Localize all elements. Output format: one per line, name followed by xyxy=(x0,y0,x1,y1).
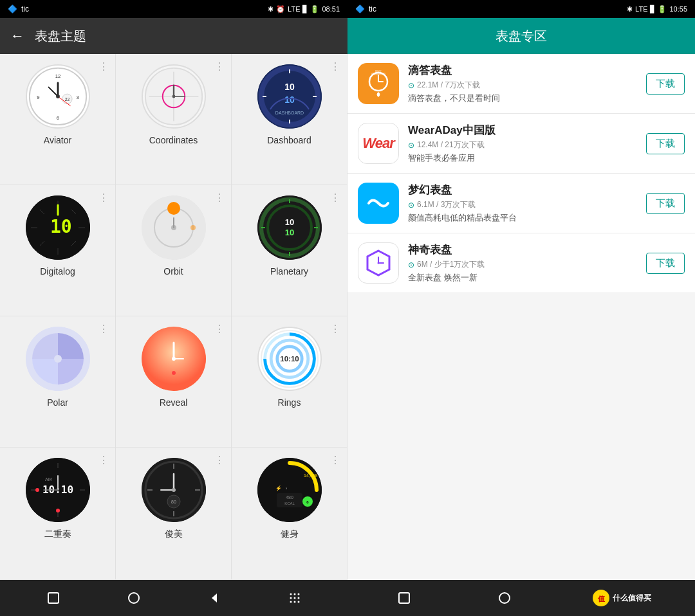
download-btn-magic[interactable]: 下载 xyxy=(646,253,685,274)
app-name-left: tic xyxy=(21,5,29,14)
watch-item-rings[interactable]: ⋮ 10:10 Rings xyxy=(232,316,348,448)
svg-point-10 xyxy=(56,95,60,98)
svg-text:⚡: ⚡ xyxy=(275,485,282,491)
watch-item-coordinates[interactable]: ⋮ Coordinates xyxy=(116,54,232,185)
app-info-wearaday: WearADay中国版 ⊙ 12.4M / 21万次下载 智能手表必备应用 xyxy=(408,123,637,164)
watch-face-dashboard: 10 10 DASHBOARD xyxy=(257,64,322,129)
svg-text:值: 值 xyxy=(597,595,606,602)
item-menu-coordinates[interactable]: ⋮ xyxy=(214,60,225,73)
watch-item-polar[interactable]: ⋮ Polar xyxy=(0,316,116,448)
svg-point-100 xyxy=(293,593,295,595)
app-item-magic[interactable]: 神奇表盘 ⊙ 6M / 少于1万次下载 全新表盘 焕然一新 下载 xyxy=(348,233,695,293)
app-meta-dida: ⊙ 22.1M / 7万次下载 xyxy=(408,80,637,91)
svg-text:10: 10 xyxy=(50,216,72,237)
svg-rect-96 xyxy=(48,593,59,603)
app-list: 国行 滴答表盘 ⊙ 22.1M / 7万次下载 滴答表盘，不只是看时间 下载 W… xyxy=(348,54,695,580)
app-meta-dream: ⊙ 6.1M / 3万次下载 xyxy=(408,199,637,210)
watch-face-planetary: 10 10 xyxy=(257,195,322,260)
left-panel: 🔷 tic ✱ ⏰ LTE ▊ 🔋 08:51 ← 表盘主题 ⋮ 12 3 xyxy=(0,0,348,616)
nav-square-left[interactable] xyxy=(41,585,66,611)
nav-menu-left[interactable] xyxy=(282,585,308,611)
battery-icon-right: 🔋 xyxy=(658,5,667,14)
app-item-dida[interactable]: 国行 滴答表盘 ⊙ 22.1M / 7万次下载 滴答表盘，不只是看时间 下载 xyxy=(348,54,695,114)
svg-text:14,398: 14,398 xyxy=(304,473,318,478)
svg-text:10: 10 xyxy=(284,95,295,105)
svg-text:6: 6 xyxy=(56,115,59,121)
app-name-right: tic xyxy=(369,5,376,14)
watch-item-fitness[interactable]: ⋮ 14,398 480 KCAL 6 ⚡ › xyxy=(232,448,348,580)
brand-text: 什么值得买 xyxy=(613,593,651,604)
nav-back-left[interactable] xyxy=(201,585,227,611)
nav-circle-right[interactable] xyxy=(492,585,517,611)
svg-point-106 xyxy=(293,601,295,603)
watch-face-aviator: 12 3 6 9 22 xyxy=(26,64,90,129)
svg-text:10: 10 xyxy=(284,217,293,227)
svg-text:KCAL: KCAL xyxy=(284,502,295,505)
svg-point-59 xyxy=(172,371,176,375)
watch-label-dashboard: Dashboard xyxy=(267,135,311,145)
nav-square-right[interactable] xyxy=(391,585,417,611)
status-left-info-right: 🔷 tic xyxy=(355,5,376,14)
status-icons-right: ✱ LTE ▊ 🔋 10:55 xyxy=(627,5,687,14)
svg-point-97 xyxy=(129,593,139,603)
item-menu-dashboard[interactable]: ⋮ xyxy=(330,60,340,73)
item-menu-aviator[interactable]: ⋮ xyxy=(98,60,109,73)
page-title-left: 表盘主题 xyxy=(35,28,86,45)
svg-rect-119 xyxy=(399,593,409,603)
item-menu-duet[interactable]: ⋮ xyxy=(98,454,109,466)
item-menu-reveal[interactable]: ⋮ xyxy=(214,323,225,335)
svg-point-54 xyxy=(54,355,62,363)
app-item-dream[interactable]: 梦幻表盘 ⊙ 6.1M / 3万次下载 颜值高耗电低的精品表盘平台 下载 xyxy=(348,174,695,233)
bluetooth-icon-right: ✱ xyxy=(627,5,633,14)
item-menu-planetary[interactable]: ⋮ xyxy=(330,192,340,204)
watch-label-duet: 二重奏 xyxy=(44,529,71,540)
watch-label-fitness: 健身 xyxy=(281,529,299,540)
watch-grid: ⋮ 12 3 6 9 22 xyxy=(0,54,348,580)
watch-item-junmei[interactable]: ⋮ 80 xyxy=(116,448,232,580)
item-menu-polar[interactable]: ⋮ xyxy=(98,323,109,335)
svg-point-86 xyxy=(172,488,176,492)
watch-item-aviator[interactable]: ⋮ 12 3 6 9 22 xyxy=(0,54,116,185)
watch-item-planetary[interactable]: ⋮ 10 10 Planetary xyxy=(232,185,348,316)
svg-point-17 xyxy=(172,95,175,98)
watch-item-duet[interactable]: ⋮ AM 10:10 xyxy=(0,448,116,580)
item-menu-junmei[interactable]: ⋮ xyxy=(214,454,225,466)
app-icon-magic xyxy=(358,242,399,284)
item-menu-digitalog[interactable]: ⋮ xyxy=(98,192,109,204)
svg-text:9: 9 xyxy=(37,95,39,100)
right-panel: 🔷 tic ✱ LTE ▊ 🔋 10:55 表盘专区 xyxy=(348,0,695,616)
watch-face-reveal xyxy=(142,327,206,391)
back-button[interactable]: ← xyxy=(10,28,24,44)
signal-icon-left: ▊ xyxy=(302,5,308,14)
svg-text:12: 12 xyxy=(55,73,60,79)
watch-label-junmei: 俊美 xyxy=(165,529,183,540)
watch-item-digitalog[interactable]: ⋮ xyxy=(0,185,116,316)
item-menu-rings[interactable]: ⋮ xyxy=(330,323,340,335)
watch-item-dashboard[interactable]: ⋮ 10 10 DASHBOARD xyxy=(232,54,348,185)
item-menu-orbit[interactable]: ⋮ xyxy=(214,192,225,204)
clock-icon-magic: ⊙ xyxy=(408,260,414,269)
svg-text:3: 3 xyxy=(76,95,79,100)
download-btn-dida[interactable]: 下载 xyxy=(646,73,685,95)
app-item-wearaday[interactable]: Wear WearADay中国版 ⊙ 12.4M / 21万次下载 智能手表必备… xyxy=(348,114,695,174)
svg-text:480: 480 xyxy=(286,495,293,500)
download-btn-wearaday[interactable]: 下载 xyxy=(646,133,685,154)
wear-logo: Wear xyxy=(362,135,394,152)
svg-point-102 xyxy=(290,597,292,599)
watch-item-reveal[interactable]: ⋮ xyxy=(116,316,232,448)
watch-label-polar: Polar xyxy=(47,397,68,408)
download-btn-dream[interactable]: 下载 xyxy=(646,193,685,214)
app-name-magic: 神奇表盘 xyxy=(408,242,637,257)
svg-point-72 xyxy=(56,509,60,512)
svg-point-120 xyxy=(499,593,510,603)
app-icon-wearaday: Wear xyxy=(358,123,399,164)
watch-item-orbit[interactable]: ⋮ Orbit xyxy=(116,185,232,316)
watch-face-junmei: 80 xyxy=(142,458,206,522)
svg-text:DASHBOARD: DASHBOARD xyxy=(275,111,303,115)
watch-label-orbit: Orbit xyxy=(163,266,183,276)
svg-point-103 xyxy=(293,597,295,599)
app-meta-magic: ⊙ 6M / 少于1万次下载 xyxy=(408,259,637,270)
item-menu-fitness[interactable]: ⋮ xyxy=(330,454,340,466)
nav-circle-left[interactable] xyxy=(121,585,147,611)
battery-icon-left: 🔋 xyxy=(310,5,319,14)
